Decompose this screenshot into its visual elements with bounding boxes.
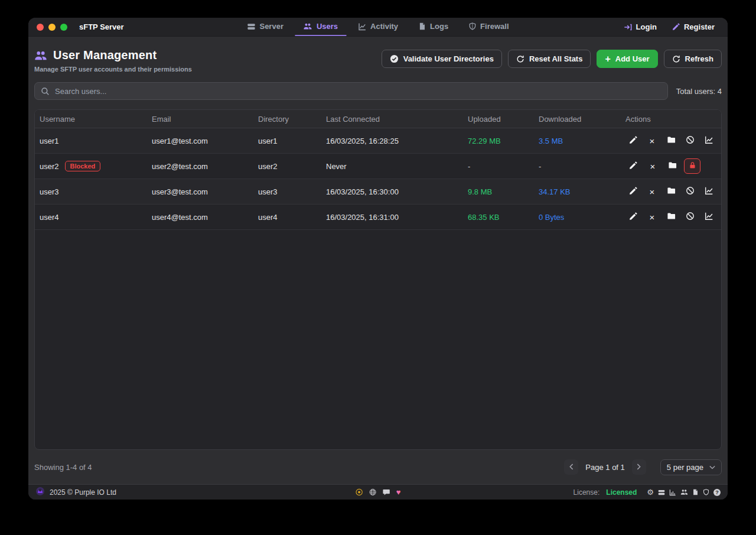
- tab-label: Users: [317, 22, 338, 31]
- tab-users[interactable]: Users: [295, 18, 346, 36]
- pagination: Showing 1-4 of 4 Page 1 of 1 5 per page: [34, 450, 722, 484]
- titlebar: sFTP Server Server Users Activity: [28, 18, 728, 37]
- user-stats-button[interactable]: [702, 184, 716, 199]
- donate-coin-icon[interactable]: [356, 488, 363, 496]
- chevron-left-icon: [569, 463, 573, 472]
- edit-user-button[interactable]: [625, 209, 640, 225]
- tab-label: Logs: [430, 22, 448, 31]
- page-header: User Management Manage SFTP user account…: [34, 48, 722, 73]
- tab-server[interactable]: Server: [239, 18, 291, 36]
- per-page-select[interactable]: 5 per page: [660, 459, 722, 475]
- open-directory-button[interactable]: [663, 184, 678, 199]
- per-page-value: 5 per page: [667, 463, 703, 472]
- tab-label: Server: [259, 22, 283, 31]
- minimize-window-button[interactable]: [48, 24, 56, 31]
- prev-page-button[interactable]: [564, 459, 578, 475]
- tab-label: Firewall: [480, 22, 509, 31]
- logs-icon: [418, 22, 426, 30]
- open-directory-button[interactable]: [664, 158, 680, 174]
- col-actions: Actions: [625, 115, 716, 124]
- shield-icon: [468, 22, 476, 30]
- edit-user-button[interactable]: [625, 158, 641, 174]
- users-icon: [34, 49, 47, 62]
- globe-icon[interactable]: [369, 488, 377, 496]
- downloaded-cell: 0 Bytes: [539, 213, 625, 222]
- login-button[interactable]: Login: [619, 20, 662, 34]
- header-actions: Validate User Directories Reset All Stat…: [382, 50, 722, 68]
- showing-label: Showing 1-4 of 4: [34, 463, 92, 472]
- tab-firewall[interactable]: Firewall: [460, 18, 517, 36]
- company-logo: [35, 487, 45, 498]
- main-content: User Management Manage SFTP user account…: [28, 37, 728, 484]
- chart-icon: [705, 212, 713, 222]
- email-cell: user2@test.com: [152, 162, 258, 171]
- search-input[interactable]: [55, 87, 662, 96]
- table-header: Username Email Directory Last Connected …: [35, 110, 721, 128]
- folder-icon: [667, 186, 676, 197]
- block-user-button[interactable]: [683, 133, 698, 148]
- last-connected-cell: Never: [326, 162, 468, 171]
- register-button[interactable]: Register: [667, 20, 719, 34]
- chat-bubble-icon[interactable]: [383, 488, 390, 496]
- maximize-window-button[interactable]: [60, 24, 67, 31]
- page-subtitle: Manage SFTP user accounts and their perm…: [34, 66, 192, 73]
- server-icon: [247, 22, 255, 31]
- edit-user-button[interactable]: [625, 133, 640, 148]
- app-window: sFTP Server Server Users Activity: [28, 18, 728, 500]
- email-cell: user4@test.com: [152, 213, 258, 222]
- traffic-lights: [28, 24, 74, 31]
- close-window-button[interactable]: [37, 24, 44, 31]
- chart-icon[interactable]: [669, 489, 676, 496]
- row-actions: ×: [625, 133, 716, 148]
- search-row: Total users: 4: [34, 82, 722, 100]
- reset-all-stats-button[interactable]: Reset All Stats: [508, 50, 591, 68]
- chart-icon: [705, 135, 713, 146]
- user-stats-button[interactable]: [702, 133, 716, 148]
- search-icon: [41, 87, 50, 96]
- license-label: License:: [573, 488, 600, 497]
- copyright-label: 2025 © Purple IO Ltd: [50, 488, 116, 497]
- ban-icon: [686, 186, 695, 197]
- server-icon[interactable]: [658, 489, 665, 496]
- delete-user-button[interactable]: ×: [644, 209, 659, 225]
- pencil-icon: [629, 161, 637, 171]
- block-user-button[interactable]: [683, 209, 698, 225]
- block-user-button[interactable]: [683, 184, 698, 199]
- row-actions: ×: [625, 184, 716, 199]
- directory-cell: user4: [258, 213, 326, 222]
- open-directory-button[interactable]: [663, 209, 678, 225]
- edit-user-button[interactable]: [625, 184, 640, 199]
- users-icon[interactable]: [680, 488, 688, 496]
- last-connected-cell: 16/03/2025, 16:28:25: [326, 137, 468, 145]
- last-connected-cell: 16/03/2025, 16:30:00: [326, 187, 468, 196]
- open-directory-button[interactable]: [663, 133, 678, 148]
- username-cell: user3: [40, 187, 59, 196]
- folder-icon: [668, 161, 677, 171]
- logs-icon[interactable]: [692, 489, 699, 495]
- tab-label: Activity: [370, 22, 398, 31]
- plus-icon: +: [605, 54, 610, 64]
- users-icon: [304, 22, 312, 31]
- tab-logs[interactable]: Logs: [410, 18, 457, 36]
- delete-user-button[interactable]: ×: [644, 184, 659, 199]
- pencil-icon: [672, 23, 680, 31]
- lock-icon: [689, 161, 696, 171]
- col-username: Username: [40, 115, 152, 124]
- col-last-connected: Last Connected: [326, 115, 468, 124]
- add-user-button[interactable]: + Add User: [597, 50, 657, 68]
- next-page-button[interactable]: [632, 459, 646, 475]
- heart-icon[interactable]: ♥: [396, 488, 401, 497]
- help-icon[interactable]: ?: [713, 489, 721, 496]
- delete-user-button[interactable]: ×: [644, 133, 659, 148]
- shield-icon[interactable]: [703, 489, 709, 495]
- table-row: user1 user1@test.com user1 16/03/2025, 1…: [35, 128, 721, 154]
- unblock-user-button[interactable]: [684, 158, 700, 174]
- user-stats-button[interactable]: [702, 209, 716, 225]
- downloaded-cell: 3.5 MB: [539, 137, 625, 145]
- table-row: user2 Blocked user2@test.com user2 Never…: [35, 154, 721, 179]
- tab-activity[interactable]: Activity: [350, 18, 406, 36]
- settings-gear-icon[interactable]: ⚙: [647, 488, 654, 496]
- validate-directories-button[interactable]: Validate User Directories: [382, 50, 502, 68]
- delete-user-button[interactable]: ×: [645, 158, 660, 174]
- refresh-button[interactable]: Refresh: [664, 50, 722, 68]
